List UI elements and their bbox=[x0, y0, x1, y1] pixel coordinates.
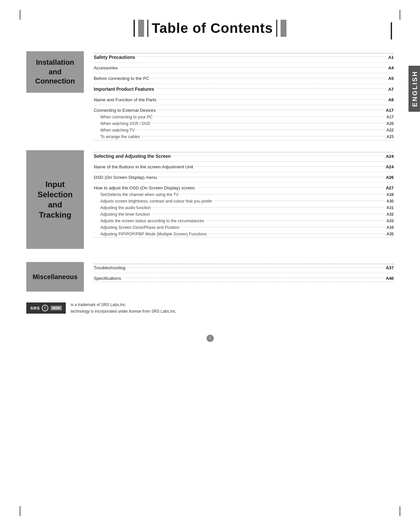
main-content: InstallationandConnection Safety Precaut… bbox=[0, 51, 420, 292]
toc-entry-connecting-pc: When connecting to your PC A17 bbox=[94, 114, 394, 120]
section-label-installation: InstallationandConnection bbox=[26, 51, 84, 93]
title-section: Table of Contents bbox=[0, 0, 420, 51]
page-number: i bbox=[207, 335, 214, 342]
corner-mark-br bbox=[400, 506, 400, 516]
toc-entry-channel: Set/Selects the channel when using the T… bbox=[94, 191, 394, 198]
toc-entry-arrange-cables: To arrange the cables A23 bbox=[94, 133, 394, 140]
toc-entry-osd-adjust: How to adjust the OSD (On Screen Display… bbox=[94, 184, 394, 191]
page-number-section: i bbox=[0, 328, 420, 348]
toc-entry-audio: Adjusting the audio function A31 bbox=[94, 204, 394, 211]
toc-entry-accessories: Accessories A4 bbox=[94, 64, 394, 71]
title-bar-2 bbox=[138, 20, 144, 37]
srs-text: SRS bbox=[30, 306, 40, 311]
section-label-input: InputSelectionand Tracking bbox=[26, 150, 84, 249]
section-label-misc: Miscellaneous bbox=[26, 262, 84, 292]
toc-entry-watching-tv: When watching TV A22 bbox=[94, 127, 394, 133]
toc-entry-before-connecting: Before connecting to the PC A5 bbox=[94, 75, 394, 82]
section-installation: InstallationandConnection Safety Precaut… bbox=[26, 51, 394, 140]
toc-entry-connecting-external: Connecting to External Devices A17 bbox=[94, 107, 394, 114]
trademark-line1: is a trademark of SRS Labs,Inc. bbox=[71, 301, 177, 308]
toc-entry-pip: Adjusting PIP/POP/PBP Mode (Multiple Scr… bbox=[94, 231, 394, 237]
toc-entry-screen-status: Adjusts the screen status according to t… bbox=[94, 218, 394, 224]
toc-entries-input: Selecting and Adjusting the Screen A24 N… bbox=[94, 150, 394, 238]
title-bar-3 bbox=[147, 20, 148, 37]
toc-entry-osd-menu: OSD (On Screen Display) menu A26 bbox=[94, 174, 394, 181]
toc-entry-troubleshooting: Troubleshooting A37 bbox=[94, 264, 394, 271]
divider-bottom-input bbox=[94, 237, 394, 238]
toc-entries-misc: Troubleshooting A37 Specifications A40 bbox=[94, 262, 394, 282]
section-input: InputSelectionand Tracking Selecting and… bbox=[26, 150, 394, 249]
toc-entries-installation: Safety Precautions A1 Accessories A4 Bef… bbox=[94, 51, 394, 140]
toc-entry-brightness: Adjusts screen brightness, contrast and … bbox=[94, 198, 394, 204]
toc-entry-specifications: Specifications A40 bbox=[94, 275, 394, 282]
divider-bottom-misc bbox=[94, 282, 394, 282]
srs-logo: SRS © WOW bbox=[26, 302, 66, 314]
toc-entry-timer: Adjusting the timer function A32 bbox=[94, 211, 394, 218]
toc-entry-name-function: Name and Function of the Parts A8 bbox=[94, 96, 394, 103]
trademark-text: is a trademark of SRS Labs,Inc. technolo… bbox=[71, 301, 177, 315]
wow-text: WOW bbox=[51, 306, 62, 310]
title-bar-5 bbox=[281, 20, 286, 37]
srs-circle: © bbox=[42, 305, 48, 311]
section-misc: Miscellaneous Troubleshooting A37 Specif… bbox=[26, 262, 394, 292]
title-bar-4 bbox=[276, 20, 277, 37]
divider-bottom-installation bbox=[94, 140, 394, 140]
toc-entry-product-features: Important Product Features A7 bbox=[94, 85, 394, 93]
corner-mark-bl bbox=[20, 506, 20, 516]
title-bar-1 bbox=[134, 20, 135, 37]
toc-entry-vcr-dvd: When watching VCR / DVD A20 bbox=[94, 120, 394, 127]
title-bar-extra bbox=[391, 22, 392, 39]
trademark-line2: technology is incorporated under license… bbox=[71, 308, 177, 315]
toc-entry-selecting: Selecting and Adjusting the Screen A24 bbox=[94, 153, 394, 160]
toc-entry-buttons: Name of the Buttons in the screen Adjust… bbox=[94, 163, 394, 170]
toc-entry-clock: Adjusting Screen Clock/Phase and Positio… bbox=[94, 224, 394, 231]
page-title: Table of Contents bbox=[152, 20, 273, 36]
toc-entry-safety: Safety Precautions A1 bbox=[94, 54, 394, 61]
trademark-section: SRS © WOW is a trademark of SRS Labs,Inc… bbox=[26, 301, 394, 315]
